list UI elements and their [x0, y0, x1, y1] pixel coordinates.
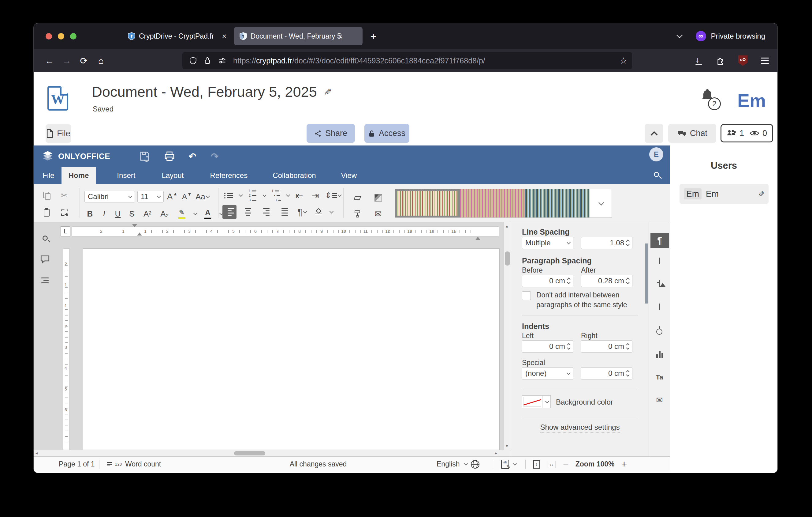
menu-tab-references[interactable]: References [203, 167, 255, 184]
save-icon[interactable] [140, 151, 150, 162]
italic-button[interactable]: I [100, 207, 108, 220]
styles-gallery-expand-button[interactable] [590, 189, 612, 217]
bold-button[interactable]: B [85, 207, 95, 220]
spellcheck-button[interactable]: ab [501, 457, 516, 472]
url-text[interactable]: https://cryptpad.fr/doc/#/3/doc/edit/ff0… [233, 56, 485, 65]
menu-tab-view[interactable]: View [334, 167, 364, 184]
bullet-list-button[interactable] [223, 189, 235, 202]
panel-scroll-thumb[interactable] [645, 244, 648, 303]
justify-button[interactable] [278, 205, 292, 219]
multilevel-list-button[interactable]: 1•i [269, 189, 282, 202]
scroll-right-icon[interactable]: ▸ [495, 451, 497, 456]
chart-settings-tab[interactable] [656, 351, 663, 358]
mail-merge-settings-tab[interactable]: ✉ [656, 396, 663, 405]
account-menu[interactable]: Em [737, 90, 766, 111]
style-preview-no-spacing[interactable] [460, 189, 525, 217]
line-spacing-select[interactable]: Multiple [522, 237, 573, 249]
menu-tab-collaboration[interactable]: Collaboration [266, 167, 323, 184]
url-bar[interactable]: https://cryptpad.fr/doc/#/3/doc/edit/ff0… [182, 52, 632, 69]
indent-left-spinner[interactable]: 0 cm [522, 340, 573, 353]
zoom-out-button[interactable]: − [563, 459, 569, 470]
indent-right-spinner[interactable]: 0 cm [581, 340, 632, 353]
maximize-window-button[interactable] [70, 33, 77, 39]
shape-settings-tab[interactable] [659, 327, 660, 332]
close-window-button[interactable] [46, 33, 52, 39]
vertical-scrollbar[interactable]: ▴ ▾ [503, 222, 511, 450]
extensions-puzzle-icon[interactable] [716, 56, 725, 65]
multilevel-list-dropdown[interactable] [286, 193, 290, 197]
superscript-button[interactable]: A² [141, 207, 153, 220]
document-page[interactable] [83, 248, 500, 450]
background-color-picker[interactable] [522, 396, 551, 408]
mail-merge-button[interactable]: ✉ [372, 207, 384, 220]
increase-indent-button[interactable]: ⇥ [309, 189, 321, 202]
menu-tab-insert[interactable]: Insert [110, 167, 142, 184]
forward-button[interactable]: → [58, 55, 75, 66]
horizontal-scrollbar[interactable]: ◂ ▸ [34, 450, 511, 456]
line-spacing-button[interactable]: ⇕ [325, 189, 341, 202]
align-left-button[interactable] [223, 205, 236, 219]
zoom-in-button[interactable]: + [621, 459, 627, 470]
scroll-left-icon[interactable]: ◂ [35, 451, 38, 456]
language-selector[interactable]: English [437, 457, 480, 472]
minimize-window-button[interactable] [58, 33, 64, 39]
font-color-button[interactable]: A [202, 207, 214, 220]
redo-icon[interactable]: ↷ [211, 151, 219, 162]
menu-hamburger-icon[interactable] [761, 58, 769, 64]
tab-stop-selector[interactable]: L [61, 226, 70, 237]
menu-tab-file[interactable]: File [35, 167, 61, 184]
tab-close-icon[interactable]: × [338, 31, 343, 41]
print-icon[interactable] [164, 151, 175, 161]
vertical-scroll-thumb[interactable] [505, 251, 510, 266]
tracking-shield-icon[interactable] [189, 56, 197, 65]
chat-button[interactable]: Chat [668, 124, 716, 143]
show-advanced-settings-link[interactable]: Show advanced settings [511, 423, 648, 432]
horizontal-ruler[interactable]: 21123456789101112131415 [72, 226, 499, 237]
underline-button[interactable]: U [113, 207, 122, 220]
tab-cryptdrive[interactable]: CryptDrive - CryptPad.fr × [122, 27, 232, 45]
tab-close-icon[interactable]: × [222, 31, 226, 41]
fit-page-button[interactable]: ↕ [533, 460, 540, 469]
word-count-button[interactable]: 123 Word count [107, 457, 161, 472]
right-indent-marker[interactable] [475, 232, 480, 237]
style-preview-heading[interactable] [525, 189, 590, 217]
notifications-bell[interactable]: 2 [700, 88, 715, 103]
font-name-select[interactable]: Calibri [84, 191, 135, 202]
bookmark-star-icon[interactable]: ☆ [619, 56, 627, 66]
special-amount-spinner[interactable]: 0 cm [581, 367, 632, 379]
copy-style-button[interactable] [351, 207, 364, 220]
cut-button[interactable]: ✂ [58, 189, 70, 202]
font-size-select[interactable]: 11 [137, 191, 164, 202]
highlight-color-dropdown[interactable] [193, 211, 197, 215]
share-button[interactable]: Share [307, 124, 355, 143]
presence-indicator[interactable]: 1 0 [721, 124, 773, 142]
downloads-icon[interactable]: ↓ [695, 57, 702, 65]
change-case-button[interactable]: Aa [196, 190, 209, 203]
list-all-tabs-icon[interactable] [676, 32, 683, 38]
increase-font-button[interactable]: A▲ [166, 190, 178, 203]
tab-document-active[interactable]: Document - Wed, February 5, 2 × [234, 27, 362, 45]
numbered-list-button[interactable]: 123 [246, 189, 258, 202]
decrease-font-button[interactable]: A▼ [181, 190, 193, 203]
spacing-before-spinner[interactable]: 0 cm [522, 275, 573, 287]
text-art-settings-tab[interactable]: Ta [656, 373, 663, 381]
align-center-button[interactable] [241, 205, 255, 219]
user-list-item[interactable]: Em Em ✎ [679, 184, 768, 204]
numbered-list-dropdown[interactable] [262, 193, 266, 197]
highlight-color-button[interactable]: ✎ [176, 207, 188, 220]
edit-user-pencil-icon[interactable]: ✎ [756, 191, 766, 197]
indent-marker[interactable] [132, 227, 142, 233]
user-avatar-badge[interactable]: E [649, 147, 663, 161]
strikeout-button[interactable]: S [127, 207, 137, 220]
image-settings-tab[interactable] [659, 281, 660, 287]
header-footer-settings-tab[interactable] [659, 304, 660, 310]
paragraph-settings-tab[interactable]: ¶ [650, 233, 669, 248]
horizontal-scroll-thumb[interactable] [234, 451, 265, 456]
decrease-indent-button[interactable]: ⇤ [293, 189, 305, 202]
bullet-list-dropdown[interactable] [239, 193, 243, 197]
fit-width-button[interactable]: ↔ [547, 461, 556, 468]
undo-icon[interactable]: ↶ [188, 151, 196, 162]
scroll-up-icon[interactable]: ▴ [506, 223, 508, 229]
access-button[interactable]: Access [365, 124, 409, 143]
shading-dropdown[interactable] [329, 210, 334, 214]
